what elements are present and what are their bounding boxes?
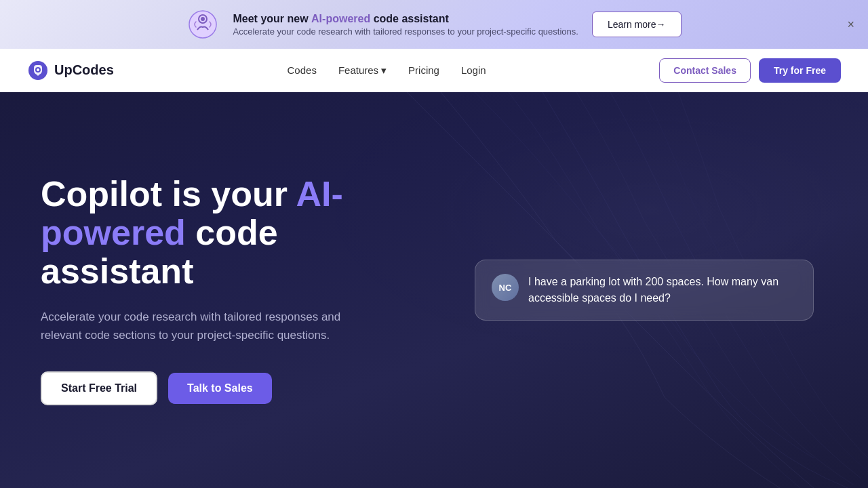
banner-text: Meet your new AI-powered code assistant … bbox=[233, 13, 578, 37]
nav-actions: Contact Sales Try for Free bbox=[659, 58, 841, 83]
nav-codes[interactable]: Codes bbox=[288, 64, 317, 76]
chat-bubble: NC I have a parking lot with 200 spaces.… bbox=[475, 260, 814, 321]
hero-title: Copilot is your AI- powered code assista… bbox=[41, 175, 420, 291]
learn-more-button[interactable]: Learn more→ bbox=[592, 12, 682, 37]
logo-icon bbox=[27, 60, 49, 81]
start-free-trial-button[interactable]: Start Free Trial bbox=[41, 371, 157, 405]
nav-login[interactable]: Login bbox=[461, 64, 486, 76]
try-for-free-button[interactable]: Try for Free bbox=[759, 58, 841, 83]
chat-avatar: NC bbox=[492, 274, 519, 301]
banner-subtitle: Accelerate your code research with tailo… bbox=[233, 26, 578, 37]
svg-point-5 bbox=[37, 68, 39, 71]
main-nav: UpCodes Codes Features ▾ Pricing Login C… bbox=[0, 49, 868, 92]
announcement-banner: Meet your new AI-powered code assistant … bbox=[0, 0, 868, 49]
ai-icon bbox=[186, 8, 219, 41]
logo-text: UpCodes bbox=[54, 62, 114, 78]
contact-sales-button[interactable]: Contact Sales bbox=[659, 58, 751, 83]
hero-section: Copilot is your AI- powered code assista… bbox=[0, 92, 868, 488]
chat-message: I have a parking lot with 200 spaces. Ho… bbox=[528, 274, 797, 306]
banner-title: Meet your new AI-powered code assistant bbox=[233, 13, 578, 25]
close-banner-button[interactable]: × bbox=[847, 18, 854, 30]
talk-to-sales-button[interactable]: Talk to Sales bbox=[168, 373, 272, 404]
hero-content: Copilot is your AI- powered code assista… bbox=[41, 175, 420, 405]
svg-point-2 bbox=[201, 17, 205, 21]
chevron-down-icon: ▾ bbox=[381, 64, 387, 77]
nav-pricing[interactable]: Pricing bbox=[408, 64, 439, 76]
hero-subtitle: Accelerate your code research with tailo… bbox=[41, 308, 366, 344]
nav-features[interactable]: Features ▾ bbox=[338, 64, 387, 77]
nav-links: Codes Features ▾ Pricing Login bbox=[288, 64, 486, 77]
logo-link[interactable]: UpCodes bbox=[27, 60, 114, 81]
hero-cta-buttons: Start Free Trial Talk to Sales bbox=[41, 371, 420, 405]
hero-chat-demo: NC I have a parking lot with 200 spaces.… bbox=[475, 260, 814, 321]
